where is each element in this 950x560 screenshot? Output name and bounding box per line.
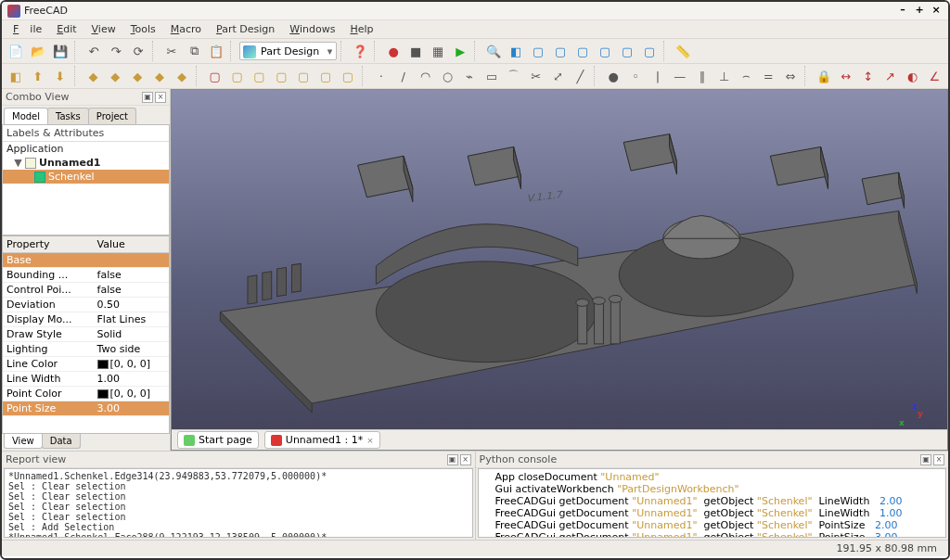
- model-tree[interactable]: Labels & Attributes Application ▼Unnamed…: [2, 124, 170, 235]
- prop-row-displaymode[interactable]: Display Mo...Flat Lines: [3, 312, 169, 327]
- tab-tasks[interactable]: Tasks: [47, 108, 89, 124]
- prop-row-controlpoints[interactable]: Control Poi...false: [3, 283, 169, 298]
- con-sym-button[interactable]: ⇔: [780, 66, 801, 86]
- groove-button[interactable]: ▢: [293, 66, 314, 86]
- con-equal-button[interactable]: =: [758, 66, 778, 86]
- menu-partdesign[interactable]: Part Design: [211, 21, 280, 37]
- bottom-view-button[interactable]: ▢: [617, 41, 637, 61]
- con-lock-button[interactable]: 🔒: [814, 66, 834, 86]
- redo-button[interactable]: ↷: [106, 41, 126, 61]
- part-down-button[interactable]: ⬇: [50, 66, 71, 86]
- front-view-button[interactable]: ▢: [528, 41, 548, 61]
- prim-torus-button[interactable]: ◆: [172, 66, 192, 86]
- chamfer-button[interactable]: ▢: [338, 66, 358, 86]
- tree-item-schenkel[interactable]: Schenkel: [3, 170, 169, 184]
- sk-line-button[interactable]: /: [393, 66, 414, 86]
- menu-windows[interactable]: Windows: [284, 21, 340, 37]
- maximize-button[interactable]: +: [913, 5, 926, 18]
- close-tab-icon[interactable]: ×: [366, 436, 374, 445]
- left-view-button[interactable]: ▢: [639, 41, 660, 61]
- panel-close-button[interactable]: ×: [155, 92, 166, 103]
- sk-fillet-button[interactable]: ⌒: [504, 66, 524, 86]
- con-point-on-button[interactable]: ◦: [625, 66, 646, 86]
- prop-row-deviation[interactable]: Deviation0.50: [3, 298, 169, 312]
- macro-stop-button[interactable]: ■: [405, 41, 426, 61]
- panel-undock-button[interactable]: ▣: [447, 454, 458, 465]
- tree-item-doc[interactable]: ▼Unnamed1: [3, 156, 169, 170]
- tab-model[interactable]: Model: [4, 108, 48, 124]
- prop-row-linecolor[interactable]: Line Color[0, 0, 0]: [3, 357, 169, 372]
- panel-close-button[interactable]: ×: [460, 454, 471, 465]
- sk-arc-button[interactable]: ◠: [416, 66, 436, 86]
- tab-view[interactable]: View: [4, 434, 43, 449]
- panel-undock-button[interactable]: ▣: [142, 92, 153, 103]
- menu-file[interactable]: File: [7, 21, 47, 37]
- menu-help[interactable]: Help: [344, 21, 379, 37]
- undo-button[interactable]: ↶: [83, 41, 104, 61]
- doc-tab-startpage[interactable]: Start page: [177, 431, 259, 449]
- sk-rect-button[interactable]: ▭: [481, 66, 502, 86]
- refresh-button[interactable]: ⟳: [128, 41, 148, 61]
- fillet-button[interactable]: ▢: [315, 66, 336, 86]
- prim-sphere-button[interactable]: ◆: [127, 66, 148, 86]
- menu-macro[interactable]: Macro: [165, 21, 207, 37]
- tab-project[interactable]: Project: [88, 108, 136, 124]
- prim-cyl-button[interactable]: ◆: [105, 66, 125, 86]
- whats-this-button[interactable]: ❓: [350, 41, 370, 61]
- panel-undock-button[interactable]: ▣: [920, 454, 931, 465]
- part-up-button[interactable]: ⬆: [28, 66, 48, 86]
- con-radius-button[interactable]: ◐: [903, 66, 923, 86]
- menu-edit[interactable]: Edit: [51, 21, 82, 37]
- property-panel[interactable]: PropertyValue Base Bounding ...false Con…: [2, 235, 170, 434]
- prim-box-button[interactable]: ◆: [83, 66, 104, 86]
- menu-view[interactable]: View: [86, 21, 122, 37]
- pad-button[interactable]: ▢: [227, 66, 248, 86]
- iso-view-button[interactable]: ◧: [506, 41, 526, 61]
- macro-record-button[interactable]: ●: [383, 41, 404, 61]
- con-vdist-button[interactable]: ↕: [858, 66, 879, 86]
- part-new-button[interactable]: ◧: [6, 66, 26, 86]
- sk-point-button[interactable]: ·: [371, 66, 392, 86]
- prop-row-linewidth[interactable]: Line Width1.00: [3, 372, 169, 387]
- sk-ext-button[interactable]: ⤢: [548, 66, 569, 86]
- prop-row-boundingbox[interactable]: Bounding ...false: [3, 268, 169, 283]
- minimize-button[interactable]: –: [896, 5, 909, 18]
- prop-row-pointsize[interactable]: Point Size3.00: [3, 401, 169, 416]
- tree-item-application[interactable]: Application: [3, 142, 169, 156]
- con-hdist-button[interactable]: ↔: [836, 66, 856, 86]
- pocket-button[interactable]: ▢: [250, 66, 270, 86]
- revolve-button[interactable]: ▢: [271, 66, 291, 86]
- rear-view-button[interactable]: ▢: [595, 41, 615, 61]
- report-view-content[interactable]: *Unnamed1.Schenkel.Edge314(23.949883,53.…: [4, 468, 473, 538]
- macro-list-button[interactable]: ▦: [428, 41, 448, 61]
- fit-all-button[interactable]: 🔍: [483, 41, 504, 61]
- save-button[interactable]: 💾: [50, 41, 71, 61]
- con-parallel-button[interactable]: ∥: [692, 66, 712, 86]
- panel-close-button[interactable]: ×: [933, 454, 944, 465]
- con-length-button[interactable]: ↗: [880, 66, 901, 86]
- workbench-selector[interactable]: Part Design: [239, 42, 337, 60]
- prop-row-lighting[interactable]: LightingTwo side: [3, 342, 169, 357]
- new-doc-button[interactable]: 📄: [6, 41, 26, 61]
- prim-cone-button[interactable]: ◆: [149, 66, 170, 86]
- macro-run-button[interactable]: ▶: [450, 41, 470, 61]
- sk-trim-button[interactable]: ✂: [526, 66, 546, 86]
- copy-button[interactable]: ⧉: [184, 41, 204, 61]
- menu-tools[interactable]: Tools: [125, 21, 161, 37]
- con-coincident-button[interactable]: ●: [603, 66, 623, 86]
- measure-button[interactable]: 📏: [673, 41, 693, 61]
- top-view-button[interactable]: ▢: [550, 41, 571, 61]
- open-button[interactable]: 📂: [28, 41, 48, 61]
- con-perp-button[interactable]: ⊥: [714, 66, 735, 86]
- con-tangent-button[interactable]: ⌢: [737, 66, 757, 86]
- right-view-button[interactable]: ▢: [572, 41, 593, 61]
- sketch-button[interactable]: ▢: [205, 66, 225, 86]
- close-button[interactable]: ×: [930, 5, 943, 18]
- tab-data[interactable]: Data: [42, 434, 81, 449]
- con-horizontal-button[interactable]: —: [670, 66, 690, 86]
- sk-construct-button[interactable]: ╱: [571, 66, 591, 86]
- con-angle-button[interactable]: ∠: [924, 66, 944, 86]
- con-vertical-button[interactable]: |: [648, 66, 668, 86]
- sk-circle-button[interactable]: ○: [437, 66, 457, 86]
- prop-row-pointcolor[interactable]: Point Color[0, 0, 0]: [3, 387, 169, 401]
